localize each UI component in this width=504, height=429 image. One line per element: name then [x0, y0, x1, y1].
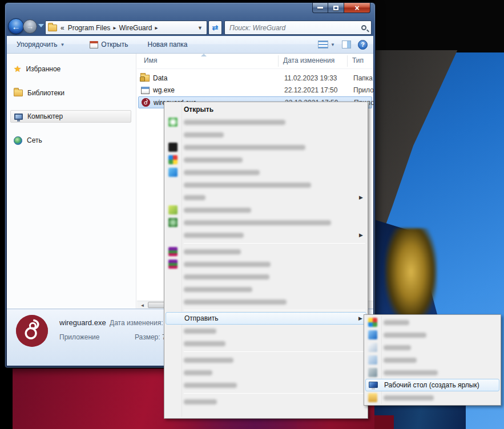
submenu-item-desktop-shortcut[interactable]: Рабочий стол (создать ярлык) — [365, 379, 499, 391]
menu-item-blurred-submenu[interactable]: ▶ — [166, 191, 366, 204]
submenu-item-blurred[interactable] — [365, 391, 499, 404]
blurred-icon — [168, 118, 178, 127]
help-button[interactable]: ? — [358, 40, 368, 50]
menu-item-blurred[interactable] — [166, 337, 366, 350]
blurred-icon — [368, 318, 377, 327]
organize-caret-icon: ▼ — [60, 42, 64, 47]
open-app-icon — [90, 41, 98, 48]
blurred-icon — [368, 343, 377, 352]
scroll-left-button[interactable]: ◄ — [138, 302, 147, 309]
blurred-icon — [168, 168, 178, 177]
views-icon — [318, 41, 328, 48]
file-name: Data — [153, 74, 167, 82]
open-button[interactable]: Открыть — [84, 38, 133, 51]
menu-item-blurred[interactable] — [166, 354, 366, 366]
context-menu: Открыть ▶ ▶ Отправить▶ — [164, 102, 368, 419]
file-row-data[interactable]: Data 11.02.2023 19:33 Папка с — [138, 72, 372, 84]
menu-item-blurred[interactable] — [166, 204, 366, 216]
refresh-button[interactable]: ⇄ — [208, 21, 222, 35]
menu-item-blurred[interactable] — [166, 153, 366, 166]
menu-item-blurred[interactable] — [166, 141, 366, 153]
blurred-icon — [168, 155, 178, 164]
submenu-item-blurred[interactable] — [365, 316, 499, 329]
maximize-button[interactable] — [328, 3, 344, 13]
column-header-modified[interactable]: Дата изменения — [283, 56, 334, 68]
open-label: Открыть — [101, 41, 128, 48]
submenu-item-blurred[interactable] — [365, 354, 499, 366]
menu-item-send-to[interactable]: Отправить▶ — [166, 312, 366, 325]
sidebar-item-label: Избранное — [26, 65, 61, 73]
new-folder-button[interactable]: Новая папка — [142, 38, 192, 51]
menu-item-blurred[interactable] — [166, 216, 366, 229]
submenu-item-blurred[interactable] — [365, 329, 499, 341]
back-button[interactable]: ← — [8, 18, 24, 34]
breadcrumb-item-wireguard[interactable]: WireGuard — [119, 24, 152, 32]
application-icon — [141, 87, 150, 94]
submenu-item-label: Рабочий стол (создать ярлык) — [384, 381, 479, 389]
close-icon: × — [354, 3, 359, 13]
organize-button[interactable]: Упорядочить ▼ — [11, 38, 70, 51]
menu-item-blurred-submenu[interactable]: ▶ — [166, 229, 366, 241]
wireguard-logo-large-icon — [16, 315, 48, 347]
submenu-item-blurred[interactable] — [365, 366, 499, 379]
menu-item-blurred[interactable] — [166, 116, 366, 128]
column-header-name[interactable]: Имя — [144, 56, 157, 68]
new-folder-label: Новая папка — [147, 41, 187, 48]
blurred-icon — [168, 260, 178, 269]
menu-item-blurred[interactable] — [166, 296, 366, 308]
locked-folder-icon — [140, 75, 150, 82]
details-type: Приложение — [59, 333, 99, 341]
menu-item-blurred[interactable] — [166, 166, 366, 179]
change-view-button[interactable]: ▼ — [318, 41, 335, 48]
address-bar[interactable]: « Program Files ▸ WireGuard ▸ ▼ — [45, 21, 207, 35]
breadcrumb-item-program-files[interactable]: Program Files — [68, 24, 111, 32]
submenu-arrow-icon: ▶ — [359, 195, 363, 200]
blurred-icon — [368, 368, 377, 377]
sidebar-item-network[interactable]: Сеть — [10, 134, 131, 147]
menu-item-blurred[interactable] — [166, 283, 366, 296]
menu-separator — [184, 393, 365, 394]
menu-item-blurred[interactable] — [166, 379, 366, 391]
sidebar-item-favorites[interactable]: ★ Избранное — [10, 63, 131, 75]
minimize-button[interactable] — [312, 3, 328, 13]
close-button[interactable]: × — [344, 3, 370, 13]
breadcrumb-separator-icon[interactable]: ▸ — [155, 25, 158, 31]
blurred-icon — [368, 355, 377, 365]
menu-item-blurred[interactable] — [166, 179, 366, 191]
star-icon: ★ — [14, 64, 21, 74]
menu-item-blurred[interactable] — [166, 366, 366, 379]
forward-button[interactable]: → — [23, 19, 37, 34]
sidebar-item-computer[interactable]: Компьютер — [10, 110, 131, 123]
search-input[interactable]: Поиск: WireGuard — [229, 24, 361, 32]
breadcrumb-separator-icon[interactable]: ▸ — [113, 25, 116, 31]
file-type: Прилож — [353, 86, 373, 94]
file-name: wg.exe — [153, 86, 175, 94]
file-row-wg-exe[interactable]: wg.exe 22.12.2021 17:50 Прилож — [138, 84, 372, 96]
network-icon — [14, 136, 22, 145]
sort-ascending-icon[interactable] — [201, 54, 207, 56]
menu-item-blurred[interactable] — [166, 395, 366, 408]
menu-item-blurred[interactable] — [166, 258, 366, 270]
preview-pane-button[interactable] — [342, 41, 351, 48]
submenu-item-blurred[interactable] — [365, 341, 499, 354]
file-type: Папка с — [353, 74, 373, 82]
maximize-icon — [333, 6, 338, 10]
menu-item-blurred[interactable] — [166, 325, 366, 337]
menu-separator — [184, 351, 365, 352]
menu-item-blurred[interactable] — [166, 128, 366, 141]
recent-pages-chevron-icon[interactable] — [38, 24, 44, 27]
menu-item-open[interactable]: Открыть — [166, 103, 366, 116]
menu-item-blurred[interactable] — [166, 270, 366, 283]
menu-item-blurred[interactable] — [166, 245, 366, 258]
menu-separator — [184, 243, 365, 244]
command-bar: Упорядочить ▼ Открыть Новая папка ▼ ? — [7, 36, 373, 54]
minimize-icon — [317, 7, 323, 9]
column-header-type[interactable]: Тип — [352, 56, 364, 68]
forward-icon: → — [26, 22, 34, 31]
sidebar-item-libraries[interactable]: Библиотеки — [10, 87, 131, 99]
computer-icon — [14, 114, 23, 120]
details-file-name: wireguard.exe — [59, 318, 106, 327]
address-dropdown-icon[interactable]: ▼ — [196, 25, 204, 31]
search-box[interactable]: Поиск: WireGuard — [224, 21, 372, 35]
blurred-icon — [368, 393, 377, 402]
